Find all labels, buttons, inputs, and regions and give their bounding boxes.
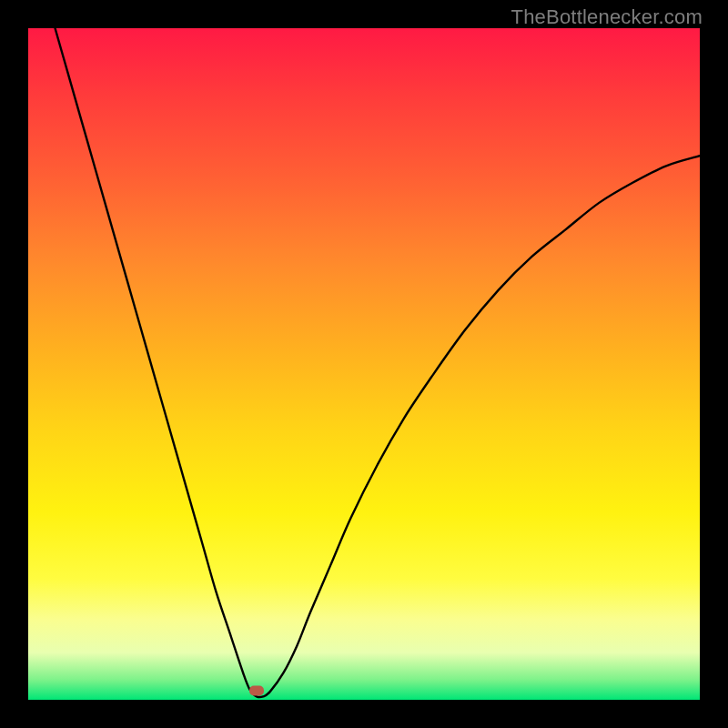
- attribution-text: TheBottlenecker.com: [511, 5, 703, 29]
- bottleneck-curve: [56, 28, 700, 697]
- curve-svg: [28, 28, 700, 700]
- chart-frame: TheBottlenecker.com: [0, 0, 728, 728]
- plot-area: [28, 28, 700, 700]
- min-point-marker: [249, 686, 264, 696]
